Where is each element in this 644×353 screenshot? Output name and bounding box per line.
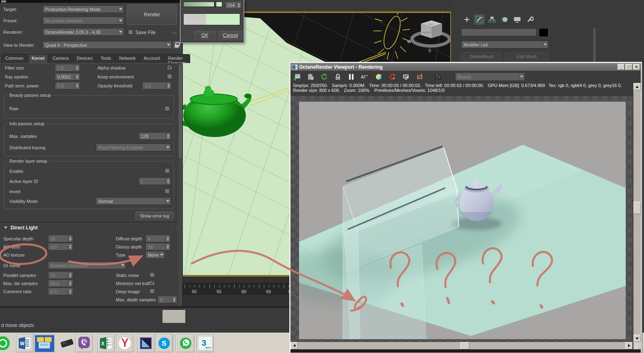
vertical-scrollbar[interactable] bbox=[633, 83, 641, 342]
target-dropdown[interactable]: Production Rendering Mode bbox=[43, 5, 124, 13]
parallel-samples-spinner[interactable]: 16 bbox=[48, 271, 73, 279]
word-icon[interactable]: W bbox=[16, 334, 33, 352]
chevron-down-icon[interactable] bbox=[165, 144, 171, 151]
tab-render-elements[interactable]: Render Elements bbox=[164, 54, 190, 63]
render-channel-dropdown[interactable]: Beauty bbox=[455, 72, 525, 81]
invert-checkbox[interactable] bbox=[165, 188, 170, 194]
tab-network[interactable]: Network bbox=[115, 54, 139, 63]
object-picker-icon[interactable] bbox=[388, 72, 397, 81]
enable-checkbox[interactable] bbox=[165, 168, 170, 173]
ray-epsilon-spinner[interactable]: 0,0001 bbox=[55, 73, 80, 81]
tab-tools[interactable]: Tools bbox=[97, 54, 115, 63]
chevron-down-icon[interactable] bbox=[518, 73, 525, 81]
save-file-checkbox[interactable] bbox=[128, 29, 133, 35]
coherent-ratio-spinner[interactable]: 0,0 bbox=[48, 288, 73, 295]
tab-devices[interactable]: Devices bbox=[73, 54, 96, 63]
spinner-arrows[interactable] bbox=[67, 288, 73, 295]
viber-icon[interactable] bbox=[76, 334, 93, 352]
whatsapp-icon[interactable] bbox=[177, 334, 194, 352]
camera-export-icon[interactable] bbox=[434, 72, 442, 81]
restart-render-icon[interactable] bbox=[320, 72, 329, 81]
specular-depth-spinner[interactable]: 16 bbox=[48, 235, 73, 242]
spinner-arrows[interactable] bbox=[166, 82, 171, 89]
spinner-arrows[interactable] bbox=[171, 296, 177, 303]
skype-icon[interactable]: S bbox=[156, 334, 173, 352]
ao-dists-spinner[interactable]: 3,0 bbox=[48, 243, 73, 251]
active-layer-id-spinner[interactable]: 1 bbox=[139, 177, 171, 185]
tab-common[interactable]: Common bbox=[2, 54, 27, 63]
copy-to-clipboard-icon[interactable] bbox=[306, 72, 315, 81]
spinner-arrows[interactable] bbox=[67, 235, 73, 242]
max-samples-spinner[interactable]: 128 bbox=[139, 132, 171, 140]
pause-render-icon[interactable] bbox=[347, 72, 356, 81]
visibility-mode-dropdown[interactable]: Normal bbox=[96, 197, 171, 205]
device-icon[interactable] bbox=[59, 334, 75, 352]
file-manager-icon[interactable] bbox=[34, 334, 54, 352]
chevron-down-icon[interactable] bbox=[117, 17, 124, 24]
deep-image-checkbox[interactable] bbox=[150, 288, 155, 294]
spinner-arrows[interactable] bbox=[67, 243, 73, 250]
spinner-arrows[interactable] bbox=[165, 235, 170, 242]
file-ellipsis-button[interactable]: ... bbox=[172, 28, 177, 35]
static-noise-checkbox[interactable] bbox=[150, 272, 155, 277]
spinner-arrows[interactable] bbox=[165, 133, 171, 139]
tab-camera[interactable]: Camera bbox=[49, 54, 72, 63]
lock-view-icon[interactable] bbox=[173, 41, 180, 48]
close-button[interactable]: × bbox=[633, 64, 640, 70]
distributed-tracing-dropdown[interactable]: Pixel Filtering Enabled bbox=[96, 144, 171, 151]
scroll-left-icon[interactable] bbox=[291, 342, 298, 349]
spinner-arrows[interactable] bbox=[74, 73, 80, 80]
panel-scrollbar[interactable] bbox=[593, 28, 596, 65]
scroll-right-icon[interactable] bbox=[625, 342, 633, 349]
modify-tab[interactable] bbox=[474, 14, 485, 25]
direct-light-header[interactable]: Direct Light bbox=[11, 225, 38, 231]
lock-icon[interactable] bbox=[333, 72, 342, 81]
scroll-down-icon[interactable] bbox=[633, 335, 641, 342]
scroll-up-icon[interactable] bbox=[633, 83, 641, 90]
render-region-icon[interactable] bbox=[415, 72, 424, 81]
maximize-button[interactable]: □ bbox=[625, 64, 632, 70]
render-button[interactable]: Render bbox=[127, 4, 177, 25]
cancel-button[interactable]: Cancel bbox=[219, 31, 242, 40]
rollout-collapse-icon[interactable] bbox=[4, 227, 7, 231]
chevron-down-icon[interactable] bbox=[165, 198, 171, 205]
excel-icon[interactable]: X bbox=[98, 334, 115, 352]
max-depth-samples-spinner[interactable]: 8 bbox=[158, 296, 177, 303]
raw-checkbox[interactable] bbox=[165, 106, 170, 111]
minimize-button[interactable]: _ bbox=[618, 64, 624, 70]
max-tile-samples-spinner[interactable]: 16,0 bbox=[48, 279, 73, 287]
create-tab[interactable] bbox=[461, 14, 472, 25]
spinner-arrows[interactable] bbox=[236, 2, 241, 9]
3ds-max-icon[interactable]: 3MAX bbox=[197, 334, 214, 352]
dialog-scrollbar[interactable] bbox=[178, 63, 182, 306]
display-tab[interactable] bbox=[512, 14, 523, 25]
viewcube[interactable]: TOP FRONT W S E bbox=[407, 20, 451, 53]
color-gradient-slider[interactable] bbox=[183, 2, 222, 7]
diffuse-depth-spinner[interactable]: 4 bbox=[145, 235, 171, 242]
gi-mode-dropdown[interactable]: Ambient Occlusion bbox=[48, 261, 126, 269]
scrollbar-thumb[interactable] bbox=[179, 65, 182, 158]
hierarchy-tab[interactable] bbox=[486, 14, 497, 25]
render-result-area[interactable] bbox=[291, 96, 633, 342]
material-picker-icon[interactable] bbox=[374, 72, 383, 81]
minimize-net-traffic-checkbox[interactable] bbox=[150, 280, 155, 285]
rendered-image[interactable] bbox=[299, 102, 626, 339]
chevron-down-icon[interactable] bbox=[158, 251, 165, 258]
alpha-shadow-checkbox[interactable] bbox=[167, 65, 172, 70]
tab-kernel[interactable]: Kernel bbox=[28, 54, 48, 63]
chevron-down-icon[interactable] bbox=[119, 262, 126, 269]
horizontal-scroll-thumb[interactable] bbox=[460, 342, 469, 349]
spinner-arrows[interactable] bbox=[67, 280, 73, 287]
show-error-log-button[interactable]: Show error log bbox=[135, 211, 174, 220]
chevron-down-icon[interactable] bbox=[542, 41, 548, 48]
save-render-icon[interactable] bbox=[293, 72, 301, 81]
vertical-scroll-thumb[interactable] bbox=[633, 202, 641, 214]
yandex-browser-icon[interactable] bbox=[116, 334, 133, 352]
color-value-spinner[interactable]: 234 bbox=[225, 1, 242, 9]
spinner-arrows[interactable] bbox=[165, 243, 170, 250]
edit-mesh-button[interactable]: Edit Mesh bbox=[505, 52, 549, 61]
delete-mesh-button[interactable]: DeleteMesh bbox=[461, 52, 502, 61]
renderer-dropdown[interactable]: OctaneRender 3.05.3 - 4.30 bbox=[43, 28, 124, 36]
object-color-swatch[interactable] bbox=[539, 28, 549, 37]
resize-grip[interactable] bbox=[633, 342, 641, 349]
